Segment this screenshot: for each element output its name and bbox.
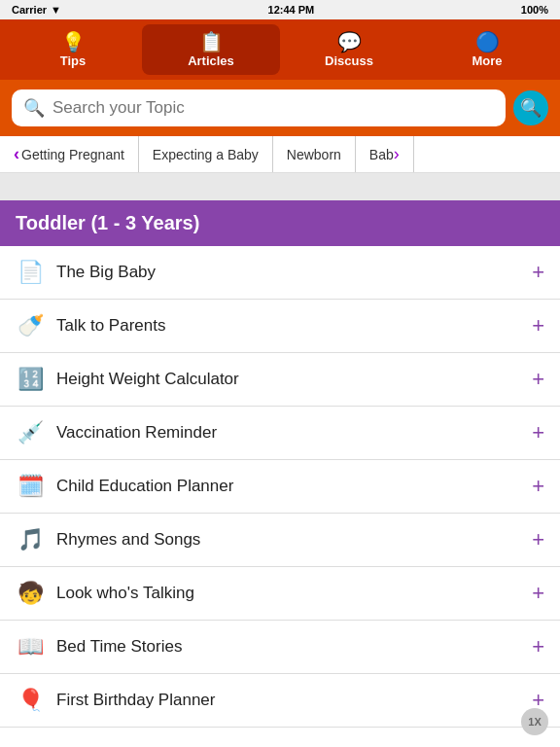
education-planner-icon: 🗓️: [16, 474, 45, 499]
list-item-rhymes-songs[interactable]: 🎵 Rhymes and Songs +: [0, 514, 560, 567]
category-label: Expecting a Baby: [153, 147, 259, 162]
bed-stories-label: Bed Time Stories: [56, 637, 520, 657]
look-talking-label: Look who's Talking: [56, 584, 520, 603]
category-label: Bab: [369, 147, 394, 162]
status-battery: 100%: [521, 4, 548, 16]
list-item-education-planner[interactable]: 🗓️ Child Education Planner +: [0, 460, 560, 514]
tab-articles[interactable]: 📋 Articles: [142, 24, 280, 75]
status-time: 12:44 PM: [268, 4, 315, 16]
tab-discuss[interactable]: 💬 Discuss: [280, 24, 418, 75]
list-item-look-talking[interactable]: 🧒 Look who's Talking +: [0, 567, 560, 621]
tab-discuss-label: Discuss: [325, 53, 373, 68]
list-item-the-big-baby[interactable]: 📄 The Big Baby +: [0, 246, 560, 300]
talk-parents-icon: 🍼: [16, 313, 45, 338]
vaccination-plus-icon[interactable]: +: [532, 422, 544, 444]
tips-icon: 💡: [61, 32, 86, 52]
bed-stories-plus-icon[interactable]: +: [532, 636, 544, 658]
search-submit-icon: 🔍: [520, 97, 542, 119]
list-item-vaccination[interactable]: 💉 Vaccination Reminder +: [0, 407, 560, 460]
search-button[interactable]: 🔍: [513, 90, 548, 125]
gray-spacer: [0, 173, 560, 200]
version-badge: 1X: [521, 708, 548, 735]
search-container: 🔍 🔍: [0, 80, 560, 136]
right-arrow-icon: ›: [394, 144, 400, 164]
rhymes-plus-icon[interactable]: +: [532, 529, 544, 551]
list-container: 📄 The Big Baby + 🍼 Talk to Parents + 🔢 H…: [0, 246, 560, 747]
list-item-height-weight[interactable]: 🔢 Height Weight Calculator +: [0, 353, 560, 407]
category-scroll: ‹ Getting Pregnant Expecting a Baby Newb…: [0, 136, 560, 173]
talk-parents-plus-icon[interactable]: +: [532, 315, 544, 337]
category-label: Newborn: [287, 147, 341, 162]
search-input[interactable]: [52, 98, 494, 118]
search-input-wrapper: 🔍: [12, 89, 506, 126]
bed-stories-icon: 📖: [16, 634, 45, 659]
height-weight-label: Height Weight Calculator: [56, 370, 520, 389]
app-container: 💡 Tips 📋 Articles 💬 Discuss 🔵 More 🔍 🔍 ‹: [0, 19, 560, 747]
big-baby-label: The Big Baby: [56, 263, 520, 282]
talk-parents-label: Talk to Parents: [56, 316, 520, 336]
status-carrier: Carrier ▼: [12, 4, 61, 16]
height-weight-icon: 🔢: [16, 367, 45, 392]
tab-more-label: More: [472, 53, 502, 68]
section-header: Toddler (1 - 3 Years): [0, 200, 560, 246]
category-label: Getting Pregnant: [21, 147, 124, 162]
category-getting-pregnant[interactable]: ‹ Getting Pregnant: [0, 136, 139, 172]
height-weight-plus-icon[interactable]: +: [532, 369, 544, 390]
look-talking-plus-icon[interactable]: +: [532, 583, 544, 604]
list-item-birthday-planner[interactable]: 🎈 First Birthday Planner +: [0, 674, 560, 728]
vaccination-icon: 💉: [16, 420, 45, 445]
education-planner-label: Child Education Planner: [56, 477, 520, 496]
rhymes-icon: 🎵: [16, 527, 45, 552]
tab-articles-label: Articles: [188, 53, 234, 68]
search-magnifier-icon: 🔍: [23, 97, 45, 119]
tab-more[interactable]: 🔵 More: [418, 24, 556, 75]
look-talking-icon: 🧒: [16, 581, 45, 606]
big-baby-plus-icon[interactable]: +: [532, 262, 544, 283]
section-title: Toddler (1 - 3 Years): [16, 212, 199, 233]
discuss-icon: 💬: [337, 32, 362, 52]
birthday-planner-icon: 🎈: [16, 688, 45, 713]
category-newborn[interactable]: Newborn: [273, 136, 356, 172]
articles-icon: 📋: [199, 32, 224, 52]
status-bar: Carrier ▼ 12:44 PM 100%: [0, 0, 560, 19]
category-expecting-baby[interactable]: Expecting a Baby: [139, 136, 273, 172]
big-baby-icon: 📄: [16, 260, 45, 285]
tab-tips[interactable]: 💡 Tips: [4, 24, 142, 75]
left-arrow-icon: ‹: [14, 144, 19, 164]
category-baby[interactable]: Bab ›: [356, 136, 414, 172]
list-item-bed-stories[interactable]: 📖 Bed Time Stories +: [0, 621, 560, 674]
nav-tabs: 💡 Tips 📋 Articles 💬 Discuss 🔵 More: [0, 19, 560, 80]
tab-tips-label: Tips: [60, 53, 87, 68]
birthday-planner-label: First Birthday Planner: [56, 691, 520, 710]
list-item-talk-to-parents[interactable]: 🍼 Talk to Parents +: [0, 300, 560, 353]
education-planner-plus-icon[interactable]: +: [532, 476, 544, 497]
vaccination-label: Vaccination Reminder: [56, 423, 520, 443]
more-icon: 🔵: [475, 32, 500, 52]
rhymes-label: Rhymes and Songs: [56, 530, 520, 550]
